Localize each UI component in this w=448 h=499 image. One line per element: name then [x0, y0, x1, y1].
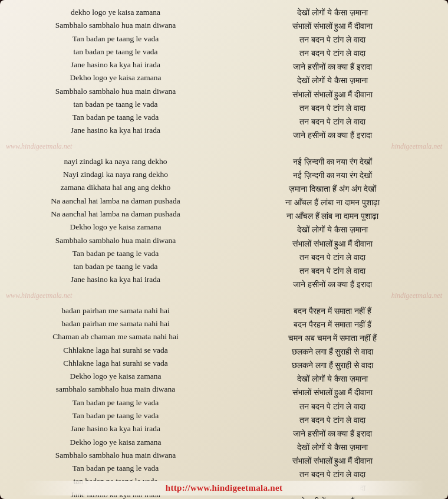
- lyric-line-hindi: जाने हसीनों का क्या हैं इरादा: [228, 278, 437, 291]
- watermark-left-2: www.hindigeetmala.net: [6, 291, 72, 300]
- lyric-line: nayi zindagi ka naya rang dekho: [11, 155, 220, 168]
- lyric-line: Dekho logo ye kaisa zamana: [11, 71, 220, 84]
- lyric-line: zamana dikhata hai ang ang dekho: [11, 181, 220, 194]
- lyric-line: Chaman ab chaman me samata nahi hai: [11, 330, 220, 343]
- lyric-line-hindi: तन बदन पे टांग ले वादा: [228, 413, 437, 427]
- lyric-line: Sambhalo sambhalo hua main diwana: [11, 234, 220, 247]
- watermark-left-1: www.hindigeetmala.net: [6, 142, 72, 151]
- lyric-line-hindi: ना आँचल हैं लांब ना दामन पुशाढ़ा: [228, 209, 437, 223]
- lyric-line: tan badan pe taang le vada: [11, 98, 220, 111]
- lyric-line-hindi: देखों लोगों ये कैसा ज़माना: [228, 6, 437, 19]
- lyric-line-hindi: देखों लोगों ये कैसा ज़माना: [228, 372, 437, 386]
- lyric-line: Tan badan pe taang le vada: [11, 396, 220, 409]
- lyric-line-hindi: तन बदन पे टांग ले वादा: [228, 251, 437, 264]
- lyric-line-hindi: तन बदन पे टांग ले वादा: [228, 400, 437, 413]
- lyric-line: Dekho logo ye kaisa zamana: [11, 221, 220, 234]
- lyric-line: Jane hasino ka kya hai irada: [11, 124, 220, 137]
- lyric-line: Jane hasino ka kya hai irada: [11, 58, 220, 71]
- lyric-line: Dekho logo ye kaisa zamana: [11, 436, 220, 449]
- lyric-line-hindi: छलकने लगा हैं सुराही से वादा: [228, 359, 437, 372]
- lyric-line-hindi: ज़माना दिखाता हैं अंग अंग देखों: [228, 182, 437, 196]
- lyric-line-hindi: छलकने लगा हैं सुराही से वादा: [228, 345, 437, 359]
- lyric-line-hindi: नई ज़िन्दगी का नया रंग देखों: [228, 169, 437, 182]
- lyric-line-hindi: संभालों संभालों हुआ मैं दीवाना: [228, 237, 437, 251]
- lyrics-block-3: badan pairhan me samata nahi hai badan p…: [0, 304, 448, 499]
- lyric-line-hindi: संभालों संभालों हुआ मैं दीवाना: [228, 88, 437, 101]
- lyric-line: Tan badan pe taang le vada: [11, 111, 220, 124]
- lyric-line: Dekho logo ye kaisa zamana: [11, 370, 220, 383]
- lyric-line-hindi: चमन अब चमन में समाता नहीं हैं: [228, 331, 437, 345]
- lyrics-block-1: dekho logo ye kaisa zamana Sambhalo samb…: [0, 6, 448, 142]
- block2-right: नई ज़िन्दगी का नया रंग देखों नई ज़िन्दगी…: [224, 155, 441, 291]
- lyric-line: Tan badan pe taang le vada: [11, 32, 220, 45]
- block2-left: nayi zindagi ka naya rang dekho Nayi zin…: [7, 155, 224, 291]
- lyric-line-hindi: तन बदन पे टांग ले वादा: [228, 33, 437, 47]
- block1-left: dekho logo ye kaisa zamana Sambhalo samb…: [7, 6, 224, 142]
- lyric-line-hindi: ना आँचल हैं लांबा ना दामन पुशाढ़ा: [228, 196, 437, 209]
- lyric-line-hindi: देखों लोगों ये कैसा ज़माना: [228, 74, 437, 87]
- lyric-line-hindi: बदन पैरहन में समाता नहीं हैं: [228, 304, 437, 318]
- lyric-line: Tan badan pe taang le vada: [11, 462, 220, 475]
- lyric-line-hindi: जाने हसीनों का क्या हैं इरादा: [228, 427, 437, 441]
- lyric-line: Chhlakne laga hai surahi se vada: [11, 357, 220, 370]
- lyric-line-hindi: संभालों संभालों हुआ मैं दीवाना: [228, 454, 437, 468]
- lyric-line-hindi: देखों लोगों ये कैसा ज़माना: [228, 223, 437, 237]
- lyric-line: sambhalo sambhalo hua main diwana: [11, 383, 220, 396]
- lyric-line-hindi: देखों लोगों ये कैसा ज़माना: [228, 441, 437, 454]
- lyric-line: Sambhalo sambhalo hua main diwana: [11, 19, 220, 32]
- lyric-line: dekho logo ye kaisa zamana: [11, 6, 220, 19]
- watermark-row-1: www.hindigeetmala.net hindigeetmala.net: [0, 142, 448, 152]
- lyric-line-hindi: जाने हसीनों का क्या हैं इरादा: [228, 129, 437, 142]
- lyric-line: Chhlakne laga hai surahi se vada: [11, 344, 220, 357]
- lyric-line-hindi: तन बदन पे टांग ले वादा: [228, 264, 437, 278]
- lyric-line: badan pairhan me samata nahi hai: [11, 304, 220, 317]
- lyric-line: tan badan pe taang le vada: [11, 45, 220, 58]
- lyric-line-hindi: बदन पैरहन में समाता नहीं हैं: [228, 318, 437, 331]
- lyric-line-hindi: संभालों संभालों हुआ मैं दीवाना: [228, 386, 437, 399]
- lyric-line: Jane hasino ka kya hai irada: [11, 422, 220, 435]
- lyrics-block-2: nayi zindagi ka naya rang dekho Nayi zin…: [0, 155, 448, 291]
- block1-right: देखों लोगों ये कैसा ज़माना संभालों संभाल…: [224, 6, 441, 142]
- lyric-line-hindi: तन बदन पे टांग ले वादा: [228, 101, 437, 115]
- block3-right: बदन पैरहन में समाता नहीं हैं बदन पैरहन म…: [224, 304, 441, 499]
- lyric-line-hindi: तन बदन पे टांग ले वादा: [228, 115, 437, 129]
- lyric-line: Sambhalo sambhalo hua main diwana: [11, 449, 220, 462]
- block2-row: nayi zindagi ka naya rang dekho Nayi zin…: [7, 155, 441, 291]
- lyric-line: Na aanchal hai lamba na daman pushada: [11, 208, 220, 221]
- watermark-row-2: www.hindigeetmala.net hindigeetmala.net: [0, 291, 448, 301]
- lyric-line-hindi: तन बदन पे टांग ले वादा: [228, 468, 437, 481]
- lyric-line: Nayi zindagi ka naya rang dekho: [11, 168, 220, 181]
- lyric-line: Na aanchal hai lamba na daman pushada: [11, 195, 220, 208]
- lyric-line-hindi: जाने हसीनों का क्या हैं इरादा: [228, 60, 437, 74]
- lyric-line: badan pairhan me samata nahi hai: [11, 317, 220, 330]
- block3-left: badan pairhan me samata nahi hai badan p…: [7, 304, 224, 499]
- lyric-line: Sambhalo sambhalo hua main diwana: [11, 85, 220, 98]
- lyric-line: tan badan pe taang le vada: [11, 260, 220, 273]
- lyric-line-hindi: संभालों संभालों हुआ मैं दीवाना: [228, 19, 437, 33]
- lyric-line: Jane hasino ka kya hai irada: [11, 273, 220, 286]
- footer-url[interactable]: http://www.hindigeetmala.net: [0, 481, 448, 495]
- lyric-line-hindi: तन बदन पे टांग ले वादा: [228, 47, 437, 60]
- watermark-right-2: hindigeetmala.net: [391, 291, 442, 300]
- main-container: dekho logo ye kaisa zamana Sambhalo samb…: [0, 0, 448, 499]
- watermark-right-1: hindigeetmala.net: [391, 142, 442, 151]
- lyric-line: Tan badan pe taang le vada: [11, 409, 220, 422]
- lyric-line: Tan badan pe taang le vada: [11, 247, 220, 260]
- block3-row: badan pairhan me samata nahi hai badan p…: [7, 304, 441, 499]
- lyric-line-hindi: जाने हसीनों का क्या हैं इरादा: [228, 495, 437, 499]
- block1-row1: dekho logo ye kaisa zamana Sambhalo samb…: [7, 6, 441, 142]
- lyric-line-hindi: नई ज़िन्दगी का नया रंग देखों: [228, 155, 437, 169]
